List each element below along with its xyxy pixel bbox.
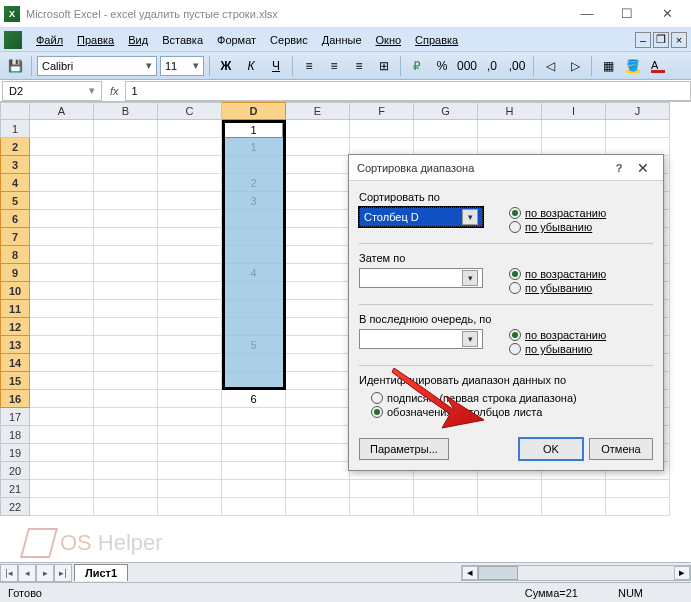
align-center-button[interactable]: ≡ bbox=[323, 55, 345, 77]
menu-format[interactable]: Формат bbox=[211, 32, 262, 48]
cell-E13[interactable] bbox=[286, 336, 350, 354]
cell-C4[interactable] bbox=[158, 174, 222, 192]
currency-button[interactable]: ₽ bbox=[406, 55, 428, 77]
cell-A12[interactable] bbox=[30, 318, 94, 336]
cell-H22[interactable] bbox=[478, 498, 542, 516]
cell-A9[interactable] bbox=[30, 264, 94, 282]
cell-B13[interactable] bbox=[94, 336, 158, 354]
col-header-I[interactable]: I bbox=[542, 102, 606, 120]
cell-B18[interactable] bbox=[94, 426, 158, 444]
col-header-B[interactable]: B bbox=[94, 102, 158, 120]
cell-D18[interactable] bbox=[222, 426, 286, 444]
cell-B19[interactable] bbox=[94, 444, 158, 462]
cell-A6[interactable] bbox=[30, 210, 94, 228]
cell-I21[interactable] bbox=[542, 480, 606, 498]
dialog-help-button[interactable]: ? bbox=[607, 162, 631, 174]
cell-B14[interactable] bbox=[94, 354, 158, 372]
decrease-decimal-button[interactable]: ,00 bbox=[506, 55, 528, 77]
cell-E5[interactable] bbox=[286, 192, 350, 210]
menu-edit[interactable]: Правка bbox=[71, 32, 120, 48]
font-color-button[interactable]: A bbox=[647, 55, 669, 77]
cell-E14[interactable] bbox=[286, 354, 350, 372]
last-by-combo[interactable]: ▾ bbox=[359, 329, 483, 349]
cell-A11[interactable] bbox=[30, 300, 94, 318]
cell-E2[interactable] bbox=[286, 138, 350, 156]
borders-button[interactable]: ▦ bbox=[597, 55, 619, 77]
row-header-19[interactable]: 19 bbox=[0, 444, 30, 462]
cell-A18[interactable] bbox=[30, 426, 94, 444]
cell-E12[interactable] bbox=[286, 318, 350, 336]
sort-by-combo[interactable]: Столбец D ▾ bbox=[359, 207, 483, 227]
cell-H21[interactable] bbox=[478, 480, 542, 498]
cell-I1[interactable] bbox=[542, 120, 606, 138]
row-header-10[interactable]: 10 bbox=[0, 282, 30, 300]
cell-D2[interactable]: 1 bbox=[222, 138, 286, 156]
cell-E3[interactable] bbox=[286, 156, 350, 174]
percent-button[interactable]: % bbox=[431, 55, 453, 77]
cell-A21[interactable] bbox=[30, 480, 94, 498]
cell-B20[interactable] bbox=[94, 462, 158, 480]
close-button[interactable]: ✕ bbox=[647, 2, 687, 26]
comma-button[interactable]: 000 bbox=[456, 55, 478, 77]
align-right-button[interactable]: ≡ bbox=[348, 55, 370, 77]
row-header-9[interactable]: 9 bbox=[0, 264, 30, 282]
sort3-ascending-radio[interactable]: по возрастанию bbox=[509, 329, 653, 341]
row-header-2[interactable]: 2 bbox=[0, 138, 30, 156]
cell-A5[interactable] bbox=[30, 192, 94, 210]
row-header-14[interactable]: 14 bbox=[0, 354, 30, 372]
sort1-ascending-radio[interactable]: по возрастанию bbox=[509, 207, 653, 219]
cell-G21[interactable] bbox=[414, 480, 478, 498]
col-header-D[interactable]: D bbox=[222, 102, 286, 120]
row-header-13[interactable]: 13 bbox=[0, 336, 30, 354]
tab-nav-first[interactable]: |◂ bbox=[0, 564, 18, 582]
bold-button[interactable]: Ж bbox=[215, 55, 237, 77]
tab-nav-last[interactable]: ▸| bbox=[54, 564, 72, 582]
formula-input[interactable]: 1 bbox=[125, 81, 691, 101]
cell-C18[interactable] bbox=[158, 426, 222, 444]
cell-A10[interactable] bbox=[30, 282, 94, 300]
cell-C20[interactable] bbox=[158, 462, 222, 480]
sheet-tab-1[interactable]: Лист1 bbox=[74, 564, 128, 581]
cell-A8[interactable] bbox=[30, 246, 94, 264]
identify-columns-radio[interactable]: обозначениям столбцов листа bbox=[371, 406, 653, 418]
name-box[interactable]: D2 ▾ bbox=[2, 81, 102, 101]
cell-D11[interactable] bbox=[222, 300, 286, 318]
row-header-8[interactable]: 8 bbox=[0, 246, 30, 264]
cell-A22[interactable] bbox=[30, 498, 94, 516]
menu-tools[interactable]: Сервис bbox=[264, 32, 314, 48]
cell-C10[interactable] bbox=[158, 282, 222, 300]
menu-window[interactable]: Окно bbox=[370, 32, 408, 48]
cell-B16[interactable] bbox=[94, 390, 158, 408]
row-header-17[interactable]: 17 bbox=[0, 408, 30, 426]
cell-A16[interactable] bbox=[30, 390, 94, 408]
cell-C17[interactable] bbox=[158, 408, 222, 426]
cell-B3[interactable] bbox=[94, 156, 158, 174]
cell-D6[interactable] bbox=[222, 210, 286, 228]
then-by-combo[interactable]: ▾ bbox=[359, 268, 483, 288]
cell-B1[interactable] bbox=[94, 120, 158, 138]
cell-C22[interactable] bbox=[158, 498, 222, 516]
identify-headers-radio[interactable]: подписям (первая строка диапазона) bbox=[371, 392, 653, 404]
cell-B11[interactable] bbox=[94, 300, 158, 318]
select-all-corner[interactable] bbox=[0, 102, 30, 120]
cell-C1[interactable] bbox=[158, 120, 222, 138]
menu-insert[interactable]: Вставка bbox=[156, 32, 209, 48]
cell-C7[interactable] bbox=[158, 228, 222, 246]
cell-E1[interactable] bbox=[286, 120, 350, 138]
cell-D4[interactable]: 2 bbox=[222, 174, 286, 192]
cell-D13[interactable]: 5 bbox=[222, 336, 286, 354]
row-header-5[interactable]: 5 bbox=[0, 192, 30, 210]
horizontal-scrollbar[interactable]: ◂▸ bbox=[461, 565, 691, 581]
row-header-20[interactable]: 20 bbox=[0, 462, 30, 480]
fill-color-button[interactable]: 🪣 bbox=[622, 55, 644, 77]
cell-E18[interactable] bbox=[286, 426, 350, 444]
cell-C13[interactable] bbox=[158, 336, 222, 354]
align-left-button[interactable]: ≡ bbox=[298, 55, 320, 77]
fx-label[interactable]: fx bbox=[104, 85, 125, 97]
cell-D3[interactable] bbox=[222, 156, 286, 174]
cell-C2[interactable] bbox=[158, 138, 222, 156]
cell-C12[interactable] bbox=[158, 318, 222, 336]
cell-C19[interactable] bbox=[158, 444, 222, 462]
cell-B9[interactable] bbox=[94, 264, 158, 282]
cell-E4[interactable] bbox=[286, 174, 350, 192]
